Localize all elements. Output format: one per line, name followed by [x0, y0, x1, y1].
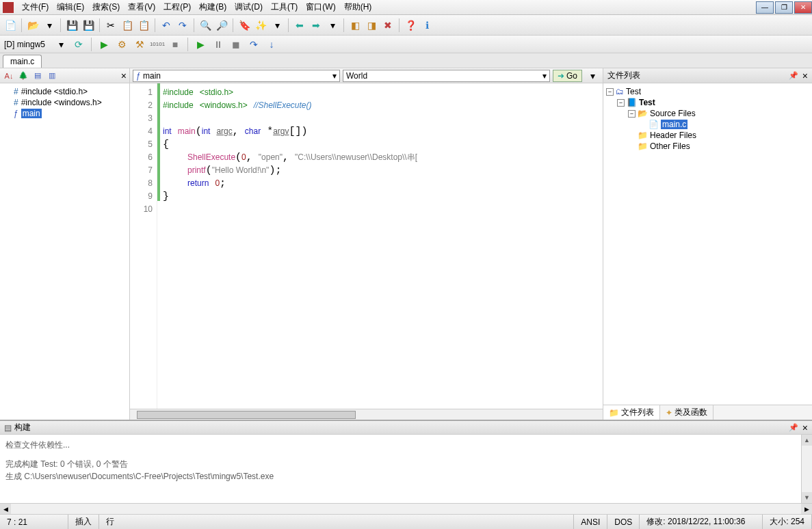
file-list-header: 文件列表 📌 ×	[603, 68, 812, 83]
status-size: 大小: 254	[763, 515, 812, 529]
tree-file-main[interactable]: 📄main.c	[606, 119, 809, 130]
build-all-icon[interactable]: ⚒	[132, 37, 147, 52]
menu-search[interactable]: 搜索(S)	[88, 0, 124, 14]
info-icon[interactable]: ℹ	[419, 18, 434, 33]
menu-view[interactable]: 查看(V)	[124, 0, 159, 14]
tree-header-files[interactable]: 📁Header Files	[606, 130, 809, 141]
debug-run-icon[interactable]: ▶	[193, 37, 208, 52]
status-encoding: ANSI	[574, 515, 607, 529]
toggle1-icon[interactable]: ◧	[348, 18, 363, 33]
find-files-icon[interactable]: 🔎	[214, 18, 229, 33]
collapse-icon[interactable]: −	[617, 99, 625, 107]
build-output[interactable]: 检查文件依赖性... 完成构建 Test: 0 个错误, 0 个警告 生成 C:…	[0, 435, 812, 503]
wand-icon[interactable]: ✨	[253, 18, 268, 33]
delete-icon[interactable]: ✖	[380, 18, 395, 33]
save-icon[interactable]: 💾	[64, 18, 79, 33]
run-icon[interactable]: ▶	[96, 37, 112, 52]
cut-icon[interactable]: ✂	[103, 18, 118, 33]
file-tab-main[interactable]: main.c	[3, 55, 42, 68]
build-icon[interactable]: ⚙	[114, 37, 129, 52]
scroll-right-icon[interactable]: ▶	[801, 504, 812, 514]
close-button[interactable]: ✕	[794, 1, 812, 14]
panel1-icon[interactable]: ▤	[31, 70, 44, 82]
right-pane-tabs: 📁文件列表 ✦类及函数	[603, 405, 812, 420]
go-dropdown-icon[interactable]: ▾	[585, 68, 600, 83]
build-hscrollbar[interactable]: ◀ ▶	[0, 503, 812, 514]
tree-project[interactable]: −📘Test	[606, 97, 809, 108]
panel2-icon[interactable]: ▥	[46, 70, 58, 82]
bookmark-icon[interactable]: 🔖	[237, 18, 252, 33]
tab-file-list[interactable]: 📁文件列表	[603, 405, 660, 420]
cfg-dropdown-icon[interactable]: ▾	[53, 37, 68, 52]
menu-file[interactable]: 文件(F)	[18, 0, 53, 14]
debug-stop-icon[interactable]: ◼	[228, 37, 244, 52]
tree-source-files[interactable]: −📂Source Files	[606, 108, 809, 119]
main-toolbar: 📄 📂 ▾ 💾 💾 ✂ 📋 📋 ↶ ↷ 🔍 🔎 🔖 ✨ ▾ ⬅ ➡ ▾ ◧ ◨ …	[0, 15, 812, 36]
menu-edit[interactable]: 编辑(E)	[53, 0, 88, 14]
arrow-down3-icon[interactable]: ▾	[325, 18, 340, 33]
toggle2-icon[interactable]: ◨	[364, 18, 379, 33]
copy-icon[interactable]: 📋	[120, 18, 135, 33]
arrow-down-icon[interactable]: ▾	[42, 18, 57, 33]
tree-root[interactable]: −🗂Test	[606, 86, 809, 97]
new-icon[interactable]: 📄	[3, 18, 18, 33]
menu-help[interactable]: 帮助(H)	[340, 0, 376, 14]
status-modified: 修改: 2018/12/22, 11:00:36	[640, 515, 763, 529]
tree-icon[interactable]: 🌲	[17, 70, 29, 82]
binary-icon[interactable]: 10101	[150, 37, 165, 52]
step-into-icon[interactable]: ↓	[264, 37, 279, 52]
status-line-label: 行	[99, 515, 574, 529]
folder-icon: 📂	[638, 109, 648, 118]
arrow-down2-icon[interactable]: ▾	[270, 18, 285, 33]
menu-build[interactable]: 构建(B)	[195, 0, 231, 14]
symbol-include-stdio[interactable]: ##include <stdio.h>	[1, 86, 128, 97]
stop-icon[interactable]: ■	[168, 37, 183, 52]
tab-classes[interactable]: ✦类及函数	[660, 405, 713, 420]
nav-back-icon[interactable]: ⬅	[292, 18, 307, 33]
undo-icon[interactable]: ↶	[159, 18, 174, 33]
menu-debug[interactable]: 调试(D)	[231, 0, 267, 14]
symbol-dropdown[interactable]: World▾	[343, 70, 550, 82]
scroll-left-icon[interactable]: ◀	[0, 504, 11, 514]
open-icon[interactable]: 📂	[25, 18, 40, 33]
close-symbol-pane[interactable]: ×	[121, 70, 127, 81]
scroll-up-icon[interactable]: ▲	[802, 435, 812, 446]
status-cursor-pos: 7 : 21	[0, 515, 68, 529]
pin-icon[interactable]: 📌	[789, 423, 798, 432]
maximize-button[interactable]: ❐	[775, 1, 793, 14]
close-file-list[interactable]: ×	[802, 70, 808, 81]
scroll-down-icon[interactable]: ▼	[802, 492, 812, 503]
symbol-pane-header: A↓ 🌲 ▤ ▥ ×	[0, 68, 129, 83]
build-vscrollbar[interactable]: ▲ ▼	[801, 435, 812, 503]
redo-icon[interactable]: ↷	[175, 18, 190, 33]
help-icon[interactable]: ❓	[403, 18, 418, 33]
editor[interactable]: 12345678910 #include <stdio.h> #include …	[130, 83, 603, 409]
scope-dropdown[interactable]: ƒ main▾	[133, 70, 340, 82]
line-gutter: 12345678910	[130, 83, 157, 409]
nav-fwd-icon[interactable]: ➡	[309, 18, 324, 33]
find-icon[interactable]: 🔍	[198, 18, 213, 33]
debug-pause-icon[interactable]: ⏸	[211, 37, 226, 52]
minimize-button[interactable]: —	[756, 1, 774, 14]
code-area[interactable]: #include <stdio.h> #include <windows.h> …	[160, 83, 603, 409]
config-label: [D] mingw5	[4, 40, 45, 49]
editor-hscrollbar[interactable]	[130, 409, 603, 420]
refresh-icon[interactable]: ⟳	[71, 37, 86, 52]
sort-az-icon[interactable]: A↓	[3, 70, 15, 82]
menu-window[interactable]: 窗口(W)	[302, 0, 339, 14]
function-icon: ƒ	[136, 71, 141, 81]
menu-tools[interactable]: 工具(T)	[267, 0, 302, 14]
go-button[interactable]: ➜Go	[553, 70, 582, 82]
tree-other-files[interactable]: 📁Other Files	[606, 141, 809, 152]
save-all-icon[interactable]: 💾	[81, 18, 96, 33]
collapse-icon[interactable]: −	[628, 110, 636, 118]
close-build-pane[interactable]: ×	[802, 422, 808, 433]
step-over-icon[interactable]: ↷	[246, 37, 261, 52]
symbol-main[interactable]: ƒmain	[1, 108, 128, 119]
menu-project[interactable]: 工程(P)	[159, 0, 195, 14]
symbol-include-windows[interactable]: ##include <windows.h>	[1, 97, 128, 108]
collapse-icon[interactable]: −	[606, 88, 614, 96]
pin-icon[interactable]: 📌	[789, 71, 798, 80]
folder-icon: 📁	[638, 131, 648, 140]
paste-icon[interactable]: 📋	[136, 18, 151, 33]
